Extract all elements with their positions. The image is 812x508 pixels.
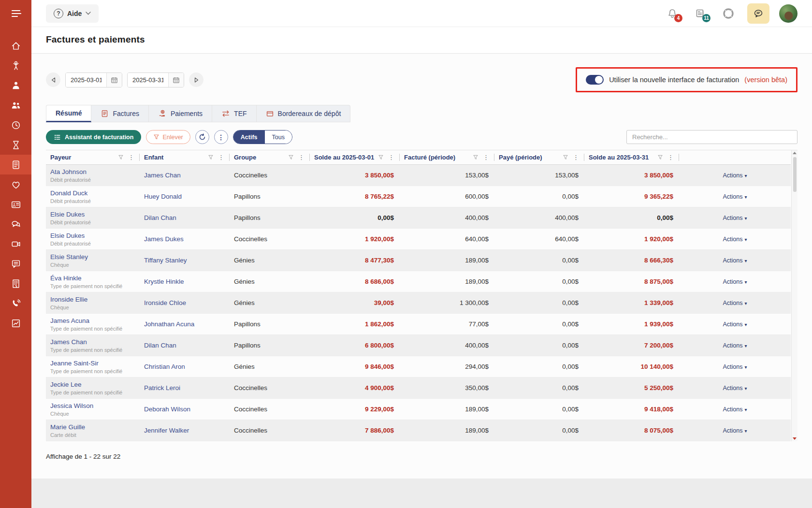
payer-name[interactable]: James Chan bbox=[50, 338, 135, 346]
actions-dropdown[interactable]: Actions bbox=[720, 278, 750, 286]
payer-name[interactable]: Elsie Stanley bbox=[50, 253, 135, 261]
sidebar-item-home[interactable] bbox=[0, 36, 31, 56]
filter-icon[interactable] bbox=[563, 154, 568, 160]
chat-button[interactable] bbox=[747, 3, 769, 24]
help-button[interactable]: ? Aide bbox=[46, 4, 99, 23]
child-name[interactable]: Ironside Chloe bbox=[144, 299, 225, 306]
sidebar-item-waitlist[interactable] bbox=[0, 135, 31, 155]
column-menu-icon[interactable]: ⋮ bbox=[297, 154, 305, 160]
actions-dropdown[interactable]: Actions bbox=[720, 257, 750, 264]
child-name[interactable]: Christian Aron bbox=[144, 363, 225, 370]
scrollbar-thumb[interactable] bbox=[793, 157, 797, 192]
sidebar-item-schedule[interactable] bbox=[0, 115, 31, 135]
payer-name[interactable]: Elsie Dukes bbox=[50, 232, 135, 239]
child-name[interactable]: Dilan Chan bbox=[144, 214, 225, 221]
payer-name[interactable]: Ironside Ellie bbox=[50, 296, 135, 303]
actions-dropdown[interactable]: Actions bbox=[720, 342, 750, 349]
sidebar-item-calls[interactable] bbox=[0, 293, 31, 313]
staff-icon bbox=[11, 80, 21, 91]
child-name[interactable]: Dilan Chan bbox=[144, 342, 225, 349]
sidebar-item-families[interactable] bbox=[0, 95, 31, 115]
filter-icon[interactable] bbox=[288, 154, 294, 160]
filter-icon[interactable] bbox=[208, 154, 214, 160]
tab-bordereaux[interactable]: Bordereaux de dépôt bbox=[257, 105, 351, 122]
actions-dropdown[interactable]: Actions bbox=[720, 214, 750, 222]
actions-dropdown[interactable]: Actions bbox=[720, 235, 750, 243]
child-name[interactable]: Deborah Wilson bbox=[144, 406, 225, 413]
previous-period-button[interactable] bbox=[46, 73, 60, 87]
sidebar-item-reports[interactable] bbox=[0, 313, 31, 333]
end-date-calendar-button[interactable] bbox=[168, 73, 184, 87]
table-body: Ata Johnson Débit préautorisé James Chan… bbox=[46, 165, 791, 441]
child-name[interactable]: James Chan bbox=[144, 172, 225, 179]
invoices-button[interactable]: 11 bbox=[691, 4, 710, 23]
sidebar-item-billing[interactable] bbox=[0, 155, 31, 174]
column-menu-icon[interactable]: ⋮ bbox=[387, 154, 395, 160]
payer-name[interactable]: Marie Guille bbox=[50, 423, 135, 431]
actions-dropdown[interactable]: Actions bbox=[720, 363, 750, 371]
tab-paiements[interactable]: Paiements bbox=[149, 105, 212, 122]
child-name[interactable]: Jennifer Walker bbox=[144, 427, 225, 434]
filter-icon[interactable] bbox=[657, 154, 663, 160]
filter-icon[interactable] bbox=[118, 154, 124, 160]
child-name[interactable]: James Dukes bbox=[144, 235, 225, 243]
sidebar-item-video[interactable] bbox=[0, 234, 31, 254]
payer-name[interactable]: Jeckie Lee bbox=[50, 381, 135, 388]
payer-name[interactable]: James Acuna bbox=[50, 317, 135, 324]
child-name[interactable]: Johnathan Acuna bbox=[144, 320, 225, 328]
billing-assistant-button[interactable]: Assistant de facturation bbox=[46, 130, 141, 144]
segment-tous[interactable]: Tous bbox=[265, 131, 292, 144]
sidebar-item-children[interactable] bbox=[0, 56, 31, 75]
actions-dropdown[interactable]: Actions bbox=[720, 299, 750, 307]
end-date-input[interactable] bbox=[128, 73, 168, 87]
vertical-scrollbar[interactable] bbox=[791, 150, 798, 441]
child-name[interactable]: Krystle Hinkle bbox=[144, 278, 225, 285]
actions-dropdown[interactable]: Actions bbox=[720, 384, 750, 392]
child-name[interactable]: Patrick Leroi bbox=[144, 384, 225, 392]
menu-button[interactable] bbox=[0, 0, 31, 27]
sidebar-item-messages[interactable] bbox=[0, 214, 31, 234]
search-input[interactable] bbox=[626, 130, 798, 144]
tab-tef[interactable]: TEF bbox=[212, 105, 256, 122]
payer-name[interactable]: Elsie Dukes bbox=[50, 211, 135, 218]
actions-dropdown[interactable]: Actions bbox=[720, 193, 750, 201]
scroll-up-icon[interactable] bbox=[793, 152, 797, 154]
payer-name[interactable]: Jeanne Saint-Sir bbox=[50, 360, 135, 367]
actions-dropdown[interactable]: Actions bbox=[720, 320, 750, 328]
child-name[interactable]: Huey Donald bbox=[144, 193, 225, 200]
tab-factures[interactable]: Factures bbox=[91, 105, 148, 122]
column-menu-icon[interactable]: ⋮ bbox=[217, 154, 225, 160]
more-options-button[interactable]: ⋮ bbox=[214, 130, 228, 144]
next-period-button[interactable] bbox=[189, 73, 203, 87]
sidebar-item-staff[interactable] bbox=[0, 75, 31, 95]
actions-dropdown[interactable]: Actions bbox=[720, 406, 750, 413]
actions-dropdown[interactable]: Actions bbox=[720, 427, 750, 435]
filter-icon[interactable] bbox=[378, 154, 384, 160]
column-menu-icon[interactable]: ⋮ bbox=[482, 154, 490, 160]
segment-actifs[interactable]: Actifs bbox=[233, 131, 265, 144]
child-name[interactable]: Tiffany Stanley bbox=[144, 257, 225, 264]
actions-dropdown[interactable]: Actions bbox=[720, 172, 750, 179]
column-menu-icon[interactable]: ⋮ bbox=[127, 154, 135, 160]
start-date-calendar-button[interactable] bbox=[106, 73, 122, 87]
remove-filter-button[interactable]: Enlever bbox=[146, 130, 190, 144]
sidebar-item-contacts[interactable] bbox=[0, 194, 31, 214]
support-button[interactable] bbox=[719, 4, 738, 23]
filter-icon[interactable] bbox=[473, 154, 478, 160]
sidebar-item-health[interactable] bbox=[0, 174, 31, 194]
refresh-button[interactable] bbox=[195, 130, 209, 144]
beta-toggle[interactable] bbox=[586, 75, 604, 85]
sidebar-item-organization[interactable] bbox=[0, 274, 31, 293]
scroll-down-icon[interactable] bbox=[793, 437, 797, 440]
notifications-button[interactable]: 4 bbox=[663, 4, 682, 23]
start-date-input[interactable] bbox=[66, 73, 106, 87]
avatar[interactable] bbox=[779, 4, 798, 23]
column-menu-icon[interactable]: ⋮ bbox=[572, 154, 580, 160]
payer-name[interactable]: Jessica Wilson bbox=[50, 402, 135, 409]
payer-name[interactable]: Éva Hinkle bbox=[50, 275, 135, 282]
tab-resume[interactable]: Résumé bbox=[46, 105, 91, 122]
payer-name[interactable]: Donald Duck bbox=[50, 189, 135, 197]
column-menu-icon[interactable]: ⋮ bbox=[667, 154, 675, 160]
payer-name[interactable]: Ata Johnson bbox=[50, 168, 135, 175]
sidebar-item-notes[interactable] bbox=[0, 254, 31, 274]
